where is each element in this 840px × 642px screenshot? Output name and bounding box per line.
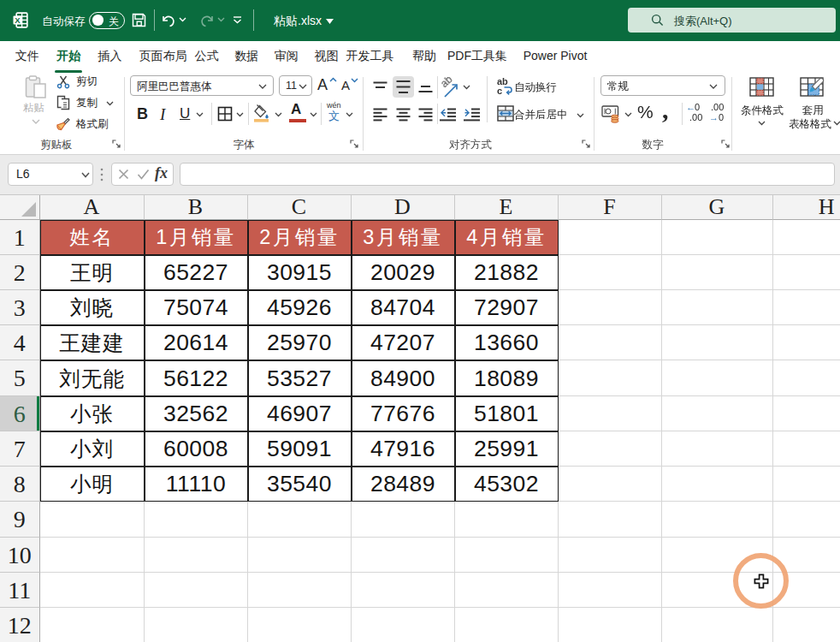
cell-H5[interactable] <box>773 360 840 395</box>
cell-D9[interactable] <box>352 502 455 537</box>
cell-C9[interactable] <box>248 502 352 537</box>
font-color-chevron-icon[interactable] <box>310 112 317 117</box>
cell-G5[interactable] <box>662 360 773 395</box>
number-format-combo[interactable]: 常规 <box>600 75 725 96</box>
align-middle-button-icon[interactable] <box>396 80 411 94</box>
cell-F11[interactable] <box>559 573 662 608</box>
table-cell-D4[interactable]: 47207 <box>352 325 455 360</box>
copy-button[interactable]: 复制 <box>55 95 116 110</box>
underline-chevron-icon[interactable] <box>196 112 204 117</box>
table-cell-D8[interactable]: 28489 <box>352 467 455 502</box>
document-title[interactable]: 粘贴.xlsx <box>274 14 322 29</box>
increase-font-size-button[interactable]: A <box>317 76 338 95</box>
font-name-chevron-icon[interactable] <box>258 84 267 90</box>
table-cell-C4[interactable]: 25970 <box>248 325 352 360</box>
accounting-chevron-icon[interactable] <box>624 112 632 117</box>
row-header-3[interactable]: 3 <box>0 290 40 325</box>
ribbon-tab-公式[interactable]: 公式 <box>195 41 219 73</box>
table-cell-B7[interactable]: 60008 <box>145 431 248 467</box>
column-header-A[interactable]: A <box>40 195 145 220</box>
table-cell-B2[interactable]: 65227 <box>145 255 248 290</box>
table-cell-E5[interactable]: 18089 <box>455 360 559 395</box>
autosave-toggle[interactable]: 关 <box>89 12 125 29</box>
ribbon-tab-Power Pivot[interactable]: Power Pivot <box>524 41 588 73</box>
cancel-icon[interactable] <box>118 169 129 180</box>
table-cell-A3[interactable]: 刘晓 <box>40 290 145 325</box>
underline-button[interactable]: U <box>180 105 190 122</box>
cell-A11[interactable] <box>40 573 145 608</box>
cell-G3[interactable] <box>662 290 773 325</box>
comma-style-button[interactable]: , <box>662 95 669 124</box>
bold-button[interactable]: B <box>137 105 148 123</box>
table-cell-E2[interactable]: 21882 <box>455 255 559 290</box>
table-cell-A5[interactable]: 刘无能 <box>40 360 145 395</box>
cell-F2[interactable] <box>559 255 662 290</box>
cell-F3[interactable] <box>559 290 662 325</box>
fill-color-button-icon[interactable] <box>252 104 271 122</box>
merge-center-chevron-icon[interactable] <box>577 113 584 118</box>
column-header-D[interactable]: D <box>352 195 455 220</box>
table-cell-E7[interactable]: 25991 <box>455 431 559 467</box>
table-cell-C1[interactable]: 2月销量 <box>248 220 352 255</box>
table-cell-B4[interactable]: 20614 <box>145 325 248 360</box>
cell-H9[interactable] <box>773 502 840 537</box>
align-center-button-icon[interactable] <box>396 108 411 122</box>
row-header-5[interactable]: 5 <box>0 360 40 395</box>
cell-A9[interactable] <box>40 502 145 537</box>
cell-F5[interactable] <box>559 360 662 395</box>
align-right-button-icon[interactable] <box>418 108 433 122</box>
cell-B12[interactable] <box>145 608 248 642</box>
format-painter-button[interactable]: 格式刷 <box>55 116 116 132</box>
cell-F9[interactable] <box>559 502 662 537</box>
alignment-dialog-launcher-icon[interactable] <box>581 139 592 150</box>
cell-H7[interactable] <box>773 431 840 467</box>
cell-H1[interactable] <box>773 220 840 255</box>
cell-H8[interactable] <box>773 467 840 502</box>
row-header-8[interactable]: 8 <box>0 467 40 502</box>
table-cell-E1[interactable]: 4月销量 <box>455 220 559 255</box>
column-header-H[interactable]: H <box>773 195 840 220</box>
table-cell-B6[interactable]: 32562 <box>145 396 248 431</box>
decrease-font-size-button[interactable]: A <box>341 78 360 95</box>
cell-F6[interactable] <box>559 396 662 431</box>
table-cell-C2[interactable]: 30915 <box>248 255 352 290</box>
table-cell-D5[interactable]: 84900 <box>352 360 455 395</box>
cell-E9[interactable] <box>455 502 559 537</box>
save-icon[interactable] <box>132 13 146 27</box>
font-color-button[interactable]: A <box>289 104 306 122</box>
cell-G8[interactable] <box>662 467 773 502</box>
align-left-button-icon[interactable] <box>373 108 387 122</box>
cell-H6[interactable] <box>773 396 840 431</box>
table-cell-E8[interactable]: 45302 <box>455 467 559 502</box>
cell-F7[interactable] <box>559 431 662 467</box>
cell-F8[interactable] <box>559 467 662 502</box>
decrease-indent-button-icon[interactable] <box>440 108 457 122</box>
cut-button[interactable]: 剪切 <box>55 74 106 90</box>
row-header-2[interactable]: 2 <box>0 255 40 290</box>
cell-G2[interactable] <box>662 255 773 290</box>
quick-access-chevron-icon[interactable] <box>233 16 242 24</box>
table-cell-D2[interactable]: 20029 <box>352 255 455 290</box>
table-cell-A4[interactable]: 王建建 <box>40 325 145 360</box>
cell-E10[interactable] <box>455 538 559 573</box>
column-header-F[interactable]: F <box>559 195 662 220</box>
ribbon-tab-页面布局[interactable]: 页面布局 <box>139 41 187 73</box>
cell-A12[interactable] <box>40 608 145 642</box>
borders-button-icon[interactable] <box>217 106 233 122</box>
ribbon-tab-PDF工具集[interactable]: PDF工具集 <box>447 41 507 73</box>
cell-G7[interactable] <box>662 431 773 467</box>
font-size-chevron-icon[interactable] <box>299 84 307 90</box>
accounting-format-button[interactable] <box>601 104 622 123</box>
table-cell-A7[interactable]: 小刘 <box>40 431 145 467</box>
cell-D11[interactable] <box>352 573 455 608</box>
table-cell-D6[interactable]: 77676 <box>352 396 455 431</box>
format-as-table-button[interactable]: 套用 表格格式 <box>784 75 840 127</box>
paste-button[interactable]: 粘贴 <box>21 74 51 135</box>
cell-C10[interactable] <box>248 538 352 573</box>
cell-A10[interactable] <box>40 538 145 573</box>
cell-C11[interactable] <box>248 573 352 608</box>
ribbon-tab-视图[interactable]: 视图 <box>315 41 339 73</box>
row-header-11[interactable]: 11 <box>0 573 40 608</box>
cell-H4[interactable] <box>773 325 840 360</box>
table-cell-C6[interactable]: 46907 <box>248 396 352 431</box>
